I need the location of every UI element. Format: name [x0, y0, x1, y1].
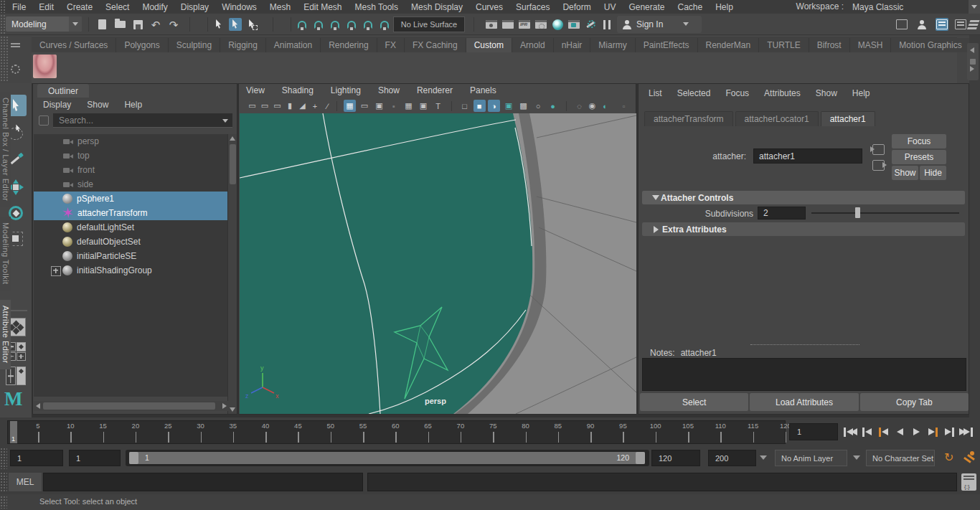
outliner-item[interactable]: side	[34, 177, 229, 192]
extra-attributes-section[interactable]: Extra Attributes	[642, 222, 965, 236]
shelf-tab[interactable]: Rigging	[220, 38, 266, 52]
character-controls-icon[interactable]	[915, 18, 928, 31]
ae-menu-item[interactable]: List	[649, 88, 662, 98]
attacher-controls-section[interactable]: Attacher Controls	[642, 191, 965, 204]
shelf-tab[interactable]: FX Caching	[405, 38, 466, 52]
viewport-toolbar-icon[interactable]: ▩	[517, 100, 529, 112]
menu-item[interactable]: Cache	[671, 2, 709, 12]
attribute-editor-toggle-icon[interactable]	[954, 18, 967, 31]
viewport-3d-canvas[interactable]: y x z persp	[240, 113, 636, 414]
live-surface-field[interactable]: No Live Surface	[393, 16, 465, 32]
ae-tab[interactable]: attacher1	[821, 111, 875, 126]
drag-handle[interactable]	[0, 0, 6, 13]
shelf-tab[interactable]: PaintEffects	[636, 38, 698, 52]
snap-grid-icon[interactable]	[296, 18, 308, 31]
outliner-menu-item[interactable]: Help	[124, 100, 142, 110]
drag-handle[interactable]	[0, 14, 6, 34]
viewport-toolbar-icon[interactable]: ▦	[344, 100, 356, 112]
new-scene-icon[interactable]	[95, 18, 108, 31]
viewport-toolbar-icon[interactable]: ■	[473, 100, 486, 112]
ae-menu-item[interactable]: Show	[816, 88, 837, 98]
viewport-toolbar-icon[interactable]: ◢	[296, 100, 308, 112]
expand-icon[interactable]	[51, 251, 62, 261]
outliner-item[interactable]: persp	[34, 134, 229, 148]
open-scene-icon[interactable]	[113, 18, 126, 31]
viewport-toolbar-icon[interactable]: ▣	[418, 100, 430, 112]
subdivisions-slider[interactable]	[811, 212, 959, 214]
viewport-toolbar-icon[interactable]: +	[309, 100, 321, 112]
outliner-item[interactable]: front	[34, 163, 229, 177]
outliner-search-input[interactable]: Search...	[53, 113, 232, 128]
pause-icon[interactable]	[600, 18, 613, 31]
expand-icon[interactable]	[51, 194, 62, 204]
menu-item[interactable]: Modify	[136, 2, 174, 12]
play-forwards-button[interactable]	[909, 424, 924, 440]
expand-icon[interactable]	[51, 222, 62, 232]
outliner-item[interactable]: top	[34, 148, 229, 163]
menu-item[interactable]: Create	[60, 2, 99, 12]
time-slider-strip[interactable]: 1 51015202530354045505560657075808590951…	[7, 420, 786, 444]
ae-menu-item[interactable]: Help	[852, 88, 870, 98]
shelf-tab[interactable]: Curves / Surfaces	[32, 38, 116, 52]
hide-button[interactable]: Hide	[920, 166, 946, 180]
outliner-menu-item[interactable]: Show	[87, 100, 108, 110]
viewport-toolbar-icon[interactable]: ▣	[503, 100, 515, 112]
snap-curve-icon[interactable]	[312, 18, 325, 31]
right-dock-tab[interactable]: Attribute Editor	[0, 300, 11, 369]
ae-menu-item[interactable]: Selected	[677, 88, 711, 98]
viewport-toolbar-icon[interactable]: ▪	[388, 100, 400, 112]
outliner-menu-item[interactable]: Display	[43, 100, 71, 110]
ae-menu-item[interactable]: Focus	[725, 88, 749, 98]
viewport-menu-item[interactable]: Show	[378, 85, 400, 98]
menu-item[interactable]: Mesh Display	[405, 2, 469, 12]
two-pane-layout-icon[interactable]	[6, 367, 26, 385]
viewport-toolbar-icon[interactable]: ▮	[284, 100, 296, 112]
render-current-icon[interactable]	[501, 18, 514, 31]
viewport-toolbar-icon[interactable]: T	[432, 100, 444, 112]
menu-item[interactable]: Generate	[622, 2, 671, 12]
workspace-dropdown-arrow-icon[interactable]	[969, 0, 980, 14]
current-time-marker[interactable]: 1	[10, 421, 17, 443]
character-set-arrow-icon[interactable]	[853, 455, 860, 460]
expand-icon[interactable]	[51, 179, 62, 189]
focus-button[interactable]: Focus	[892, 134, 946, 148]
range-start-handle[interactable]	[129, 452, 138, 464]
toolbar-separator[interactable]	[273, 17, 273, 32]
show-manipulators-icon[interactable]	[895, 18, 908, 31]
expand-icon[interactable]	[51, 136, 62, 146]
ae-menu-item[interactable]: Attributes	[764, 88, 801, 98]
toolbar-separator[interactable]	[88, 17, 89, 32]
shelf-tab[interactable]: Sculpting	[169, 38, 220, 52]
menu-item[interactable]: Edit	[32, 2, 60, 12]
playback-start-field[interactable]: 1	[69, 450, 121, 466]
shelf-tab[interactable]: Animation	[266, 38, 321, 52]
toolbar-separator[interactable]	[189, 17, 190, 32]
make-live-icon[interactable]	[378, 18, 391, 31]
expand-icon[interactable]	[51, 208, 62, 218]
menu-item[interactable]: Select	[99, 2, 136, 12]
ipr-render-icon[interactable]	[518, 18, 531, 31]
ae-bottom-button[interactable]: Copy Tab	[860, 393, 969, 411]
viewport-toolbar-icon[interactable]: ○	[532, 100, 545, 112]
shelf-tab[interactable]: Polygons	[116, 38, 168, 52]
channel-box-toggle-icon[interactable]	[936, 18, 948, 31]
anim-layer-dropdown[interactable]: No Anim Layer	[775, 450, 847, 466]
shelf-tab[interactable]: FX	[377, 38, 405, 52]
menu-item[interactable]: Edit Mesh	[297, 2, 348, 12]
show-button[interactable]: Show	[892, 166, 918, 180]
shelf-tab[interactable]: Miarmy	[590, 38, 635, 52]
anim-layer-arrow-icon[interactable]	[760, 455, 767, 460]
outliner-item[interactable]: defaultObjectSet	[34, 235, 229, 249]
character-set-dropdown[interactable]: No Character Set	[866, 450, 935, 466]
select-component-icon[interactable]	[245, 18, 258, 31]
current-frame-field[interactable]: 1	[789, 423, 838, 440]
drag-handle[interactable]	[0, 496, 7, 509]
pin-node-icon[interactable]	[872, 160, 885, 171]
shelf-tab[interactable]: RenderMan	[698, 38, 760, 52]
presets-button[interactable]: Presets	[892, 150, 946, 164]
viewport-toolbar-icon[interactable]: ▣	[373, 100, 385, 112]
select-hierarchy-icon[interactable]	[212, 18, 225, 31]
go-to-end-button[interactable]	[958, 424, 974, 440]
outliner-item[interactable]: initialShadingGroup	[34, 263, 229, 278]
snap-projected-center-icon[interactable]	[345, 18, 358, 31]
